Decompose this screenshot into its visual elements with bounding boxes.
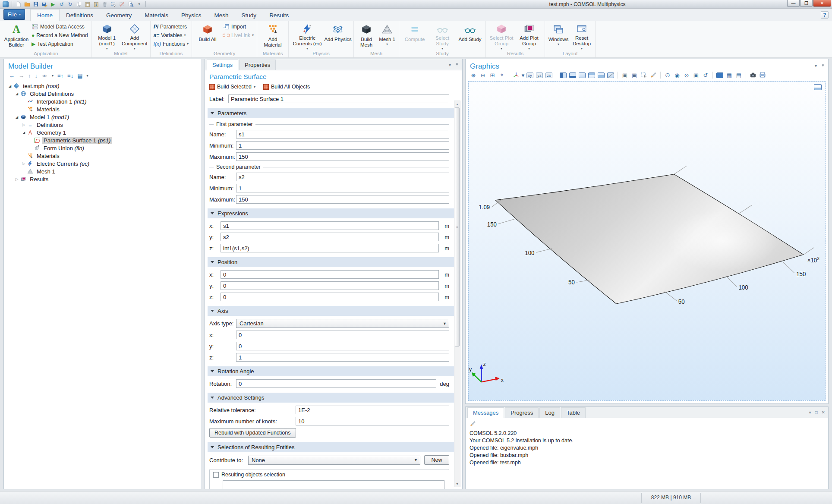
pin-icon[interactable] (821, 63, 825, 68)
section-position[interactable]: Position (208, 257, 457, 267)
split-vertical-icon[interactable] (597, 71, 605, 79)
tree-item-geometry1[interactable]: ◢Geometry 1 (4, 129, 202, 136)
tab-physics[interactable]: Physics (175, 9, 208, 21)
tab-settings[interactable]: Settings (207, 60, 238, 70)
visibility-icon[interactable]: ◉ (673, 71, 681, 79)
scene-orientation-icon[interactable] (512, 71, 520, 79)
paste-icon[interactable] (84, 1, 91, 8)
add-physics-button[interactable]: Add Physics (324, 21, 352, 50)
orientation-menu-arrow-icon[interactable]: ▾ (521, 71, 525, 79)
zoom-out-icon[interactable]: ⊖ (479, 71, 487, 79)
model1-button[interactable]: Model 1 (mod1)▾ (93, 21, 121, 50)
axis-z-input[interactable]: 1 (236, 353, 449, 362)
tab-home[interactable]: Home (30, 9, 60, 21)
settings-scrollbar[interactable]: ▲ ≡ ▼ (454, 101, 460, 487)
tab-mesh[interactable]: Mesh (208, 9, 235, 21)
transparency-icon[interactable] (715, 71, 724, 79)
section-parameters[interactable]: Parameters (208, 108, 457, 118)
rotation-input[interactable]: 0 (236, 379, 436, 388)
close-button[interactable]: ✕ (813, 0, 831, 7)
back-icon[interactable]: ← (9, 72, 15, 79)
livelink-button[interactable]: LiveLink▾ (223, 32, 254, 39)
copy-icon[interactable] (75, 1, 82, 8)
chevron-down-icon[interactable]: ▾ (449, 63, 451, 67)
close-icon[interactable]: ✕ (822, 410, 825, 415)
compute-button[interactable]: Compute (401, 21, 429, 50)
chevron-down-icon[interactable]: ▾ (809, 410, 811, 415)
build-selected-button[interactable]: Build Selected▾ (209, 84, 255, 90)
section-advanced-settings[interactable]: Advanced Settings (208, 393, 457, 403)
windows-button[interactable]: Windows▾ (547, 21, 570, 50)
expander-icon[interactable]: ▷ (21, 161, 26, 166)
expander-icon[interactable]: ▷ (14, 177, 19, 181)
tree-item-mesh1[interactable]: Mesh 1 (4, 167, 202, 175)
tab-table[interactable]: Table (561, 407, 586, 418)
undo-icon[interactable]: ↺ (58, 1, 65, 8)
tree-item-materials-model[interactable]: Materials (4, 152, 202, 160)
axis-x-input[interactable]: 0 (236, 331, 449, 339)
tree-item-definitions[interactable]: ▷≡Definitions (4, 121, 202, 129)
first-name-input[interactable]: s1 (236, 130, 449, 139)
float-icon[interactable]: □ (815, 410, 818, 415)
position-y-input[interactable]: 0 (221, 281, 439, 290)
clear-selection-icon[interactable] (118, 1, 126, 8)
tree-item-results[interactable]: ▷Results (4, 175, 202, 183)
print-icon[interactable] (758, 71, 767, 79)
clear-brush-icon[interactable] (649, 71, 658, 79)
show-selected-only-icon[interactable]: ▣ (692, 71, 700, 79)
import-button[interactable]: Import (223, 23, 254, 30)
add-image-to-export-icon[interactable]: ▣ (621, 71, 629, 79)
max-knots-input[interactable]: 10 (296, 417, 449, 425)
build-mesh-button[interactable]: Build Mesh (356, 21, 377, 50)
tab-messages[interactable]: Messages (467, 407, 504, 418)
model-data-access-button[interactable]: Model Data Access (32, 23, 88, 30)
hide-objects-icon[interactable]: ∅ (663, 71, 672, 79)
qat-more-icon[interactable]: ▾ (136, 1, 143, 8)
tab-results[interactable]: Results (263, 9, 295, 21)
record-new-method-button[interactable]: ●Record a New Method (32, 32, 88, 39)
add-animation-to-export-icon[interactable]: ▣ (630, 71, 639, 79)
paste-special-icon[interactable] (92, 1, 100, 8)
expression-x-input[interactable]: s1 (221, 221, 439, 230)
tree-item-electric-currents[interactable]: ▷Electric Currents (ec) (4, 160, 202, 167)
expander-icon[interactable]: ◢ (14, 92, 19, 96)
position-z-input[interactable]: 0 (221, 293, 439, 301)
view-zx-icon[interactable]: zx (545, 71, 553, 79)
show-menu-arrow-icon[interactable]: ▾ (52, 74, 54, 78)
chevron-down-icon[interactable]: ▾ (815, 63, 817, 68)
tree-item-parametric-surface[interactable]: Parametric Surface 1 (ps1) (4, 136, 202, 144)
reset-desktop-button[interactable]: Reset Desktop▾ (570, 21, 593, 50)
expander-icon[interactable]: ▷ (21, 123, 26, 127)
expander-icon[interactable]: ◢ (21, 131, 26, 135)
scene-light-icon[interactable] (559, 71, 567, 79)
expander-icon[interactable]: ◢ (14, 115, 19, 119)
snapshot-icon[interactable] (749, 71, 757, 79)
zoom-box-icon[interactable]: ⊞ (488, 71, 497, 79)
tree-item-interpolation[interactable]: Interpolation 1 (int1) (4, 98, 202, 105)
new-button[interactable]: New (424, 455, 449, 465)
parameters-button[interactable]: PiParameters (154, 23, 189, 30)
section-rotation-angle[interactable]: Rotation Angle (208, 366, 457, 376)
build-all-objects-button[interactable]: Build All Objects (263, 84, 310, 90)
add-plot-group-button[interactable]: Add Plot Group▾ (515, 21, 543, 50)
reset-hiding-icon[interactable]: ↺ (701, 71, 710, 79)
tab-definitions[interactable]: Definitions (60, 9, 100, 21)
expander-icon[interactable]: ◢ (7, 84, 13, 88)
relative-tolerance-input[interactable]: 1E-2 (296, 406, 449, 414)
show-icon[interactable] (41, 73, 48, 79)
application-builder-button[interactable]: A Application Builder (3, 21, 30, 50)
scrollbar-thumb[interactable]: ≡ (455, 107, 460, 346)
background-color-icon[interactable] (578, 71, 586, 79)
find-icon[interactable] (127, 1, 134, 8)
tree-item-model1[interactable]: ◢Model 1 (mod1) (4, 113, 202, 121)
expression-y-input[interactable]: s2 (221, 233, 439, 241)
second-minimum-input[interactable]: 1 (236, 184, 449, 192)
copy-view-icon[interactable]: ▦ (725, 71, 734, 79)
tab-progress[interactable]: Progress (505, 407, 539, 418)
move-up-icon[interactable]: ↑ (28, 72, 31, 79)
axis-type-select[interactable]: Cartesian▼ (236, 319, 449, 328)
view-xy-icon[interactable]: xy (526, 71, 534, 79)
tree-item-form-union[interactable]: Form Union (fin) (4, 144, 202, 152)
select-study-button[interactable]: Select Study▾ (429, 21, 456, 50)
model-tree-node-text-icon[interactable]: ▤ (77, 72, 82, 79)
